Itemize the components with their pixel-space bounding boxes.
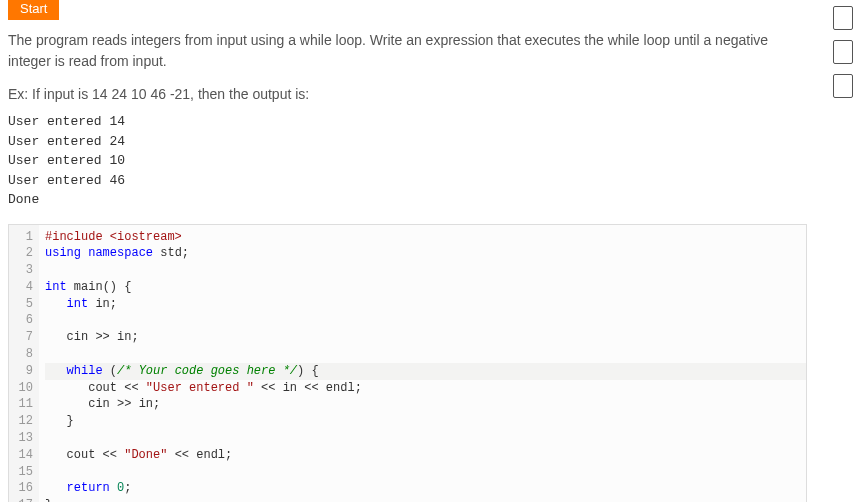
code-line: cin >> in; [45,396,806,413]
page-nav-item[interactable]: 3 [833,74,853,98]
code-line-editable: while (/* Your code goes here */) { [45,363,806,380]
code-line: #include <iostream> [45,229,806,246]
code-line: return 0; [45,480,806,497]
output-line: User entered 10 [8,151,807,171]
page-nav-sidebar: 1 2 3 [833,6,853,108]
code-line [45,312,806,329]
code-line [45,346,806,363]
code-line: } [45,413,806,430]
example-label: Ex: If input is 14 24 10 46 -21, then th… [8,86,807,102]
problem-description: The program reads integers from input us… [8,30,807,72]
code-line: using namespace std; [45,245,806,262]
page-nav-item[interactable]: 2 [833,40,853,64]
code-area[interactable]: #include <iostream> using namespace std;… [39,225,806,503]
code-line: cout << "User entered " << in << endl; [45,380,806,397]
code-line: int in; [45,296,806,313]
output-line: User entered 46 [8,171,807,191]
output-line: User entered 24 [8,132,807,152]
code-line: cout << "Done" << endl; [45,447,806,464]
code-line: cin >> in; [45,329,806,346]
code-line: int main() { [45,279,806,296]
code-line [45,464,806,481]
line-number-gutter: 1 2 3 4 5 6 7 8 9 10 11 12 13 14 15 16 1… [9,225,39,503]
output-line: Done [8,190,807,210]
page-nav-item[interactable]: 1 [833,6,853,30]
output-line: User entered 14 [8,112,807,132]
code-line: } [45,497,806,502]
expected-output: User entered 14 User entered 24 User ent… [8,112,807,210]
start-button[interactable]: Start [8,0,59,20]
code-line [45,262,806,279]
code-line [45,430,806,447]
code-editor[interactable]: 1 2 3 4 5 6 7 8 9 10 11 12 13 14 15 16 1… [8,224,807,503]
